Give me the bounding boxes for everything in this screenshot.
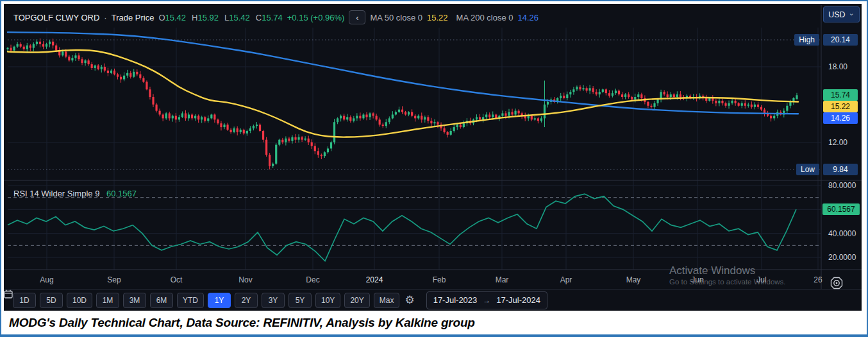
time-axis-label-aug: Aug	[40, 275, 53, 284]
timeframe-button-1y[interactable]: 1Y	[208, 293, 231, 308]
ohlc-item: H15.92	[192, 13, 219, 22]
time-axis-label-dec: Dec	[306, 275, 319, 284]
ma200-label: MA 200 close 0	[456, 13, 513, 22]
rsi-label: RSI 14 Wilder Simple 9	[13, 189, 99, 198]
timeframe-button-2y[interactable]: 2Y	[235, 293, 258, 308]
rsi-value: 60.1567	[106, 189, 137, 198]
timeframe-toolbar: 1D5D10D1M3M6MYTD1Y2Y3Y5Y10Y20YMax ⚙ 17-J…	[4, 289, 862, 311]
high-value-badge: 20.14	[823, 34, 858, 46]
ma50-price-badge: 15.22	[823, 101, 858, 112]
ohlc-item: O15.42	[158, 13, 186, 22]
timeframe-button-5y[interactable]: 5Y	[288, 293, 312, 308]
rsi-tick-20: 20.0000	[821, 253, 862, 262]
price-axis-column[interactable]: USD ⌄ 20.14 18.00 15.74 15.22 14.26 12.0…	[821, 4, 862, 289]
price-tick-12: 12.00	[821, 138, 862, 147]
time-axis-label-may: May	[626, 275, 641, 284]
timeframe-button-1m[interactable]: 1M	[96, 293, 119, 308]
ohlc-item: C15.74	[256, 13, 283, 22]
time-axis-label-mar: Mar	[496, 275, 509, 284]
timeframe-button-10d[interactable]: 10D	[67, 293, 92, 308]
rsi-tick-40: 40.0000	[821, 229, 862, 238]
chart-canvas[interactable]	[4, 4, 862, 311]
date-range-picker[interactable]: 17-Jul-2023 → 17-Jul-2024	[426, 291, 547, 309]
collapse-legend-button[interactable]: ‹	[349, 10, 365, 24]
timeframe-button-10y[interactable]: 10Y	[315, 293, 340, 308]
low-label-badge: Low	[796, 164, 819, 175]
ohlc-item: L15.42	[224, 13, 250, 22]
timeframe-button-3m[interactable]: 3M	[123, 293, 146, 308]
high-label-badge: High	[794, 34, 819, 46]
time-axis-label-jul: Jul	[756, 275, 766, 284]
currency-selector[interactable]: USD ⌄	[823, 6, 860, 22]
price-tick-18: 18.00	[821, 62, 862, 71]
rsi-last-badge: 60.1567	[822, 203, 860, 215]
timeframe-buttons: 1D5D10D1M3M6MYTD1Y2Y3Y5Y10Y20YMax	[13, 293, 399, 308]
symbol-name: TOPGOLF CLWY ORD	[13, 13, 99, 22]
ohlc-values: O15.42H15.92L15.42C15.74	[158, 13, 282, 22]
calendar-icon	[4, 289, 13, 298]
ma50-value: 15.22	[427, 13, 448, 22]
chevron-down-icon: ⌄	[849, 9, 855, 17]
rsi-tick-80: 80.0000	[821, 181, 862, 190]
target-icon[interactable]	[830, 276, 847, 290]
rsi-line	[8, 194, 796, 261]
chart-header: TOPGOLF CLWY ORD · Trade Price O15.42H15…	[13, 11, 538, 24]
low-value-badge: 9.84	[823, 164, 858, 175]
series-label: Trade Price	[112, 13, 154, 22]
ma50-line	[8, 50, 798, 137]
timeframe-button-6m[interactable]: 6M	[150, 293, 173, 308]
ma200-value: 14.26	[517, 13, 538, 22]
date-to[interactable]: 17-Jul-2024	[496, 295, 540, 305]
ma50-label: MA 50 close 0	[370, 13, 422, 22]
time-axis[interactable]: AugSepOctNovDec2024FebMarAprMayJunJul26	[4, 270, 821, 289]
time-axis-label-apr: Apr	[560, 275, 572, 284]
time-axis-label-nov: Nov	[238, 275, 252, 284]
time-axis-label-jun: Jun	[691, 275, 703, 284]
ma200-line	[8, 32, 798, 114]
timeframe-button-3y[interactable]: 3Y	[262, 293, 285, 308]
price-change: +0.15 (+0.96%)	[287, 13, 345, 22]
date-from[interactable]: 17-Jul-2023	[433, 295, 478, 305]
chart-area[interactable]: TOPGOLF CLWY ORD · Trade Price O15.42H15…	[4, 4, 862, 311]
date-range-arrow: →	[483, 296, 490, 305]
time-axis-label-oct: Oct	[171, 275, 183, 284]
timeframe-button-1d[interactable]: 1D	[13, 293, 36, 308]
rsi-header: RSI 14 Wilder Simple 9 60.1567	[13, 189, 137, 198]
time-axis-label-sep: Sep	[107, 275, 121, 284]
currency-label: USD	[828, 10, 845, 19]
timeframe-button-5d[interactable]: 5D	[40, 293, 63, 308]
timeframe-button-max[interactable]: Max	[374, 293, 400, 308]
last-price-badge: 15.74	[823, 89, 858, 101]
ma200-price-badge: 14.26	[823, 112, 858, 124]
time-axis-label-2024: 2024	[366, 275, 383, 284]
symbol-separator: ·	[104, 13, 106, 22]
figure-caption: MODG's Daily Technical Chart, Data Sourc…	[4, 311, 862, 334]
timeframe-button-20y[interactable]: 20Y	[344, 293, 369, 308]
caption-text: MODG's Daily Technical Chart, Data Sourc…	[9, 316, 475, 330]
figure-frame: TOPGOLF CLWY ORD · Trade Price O15.42H15…	[0, 0, 868, 337]
gear-icon[interactable]: ⚙	[405, 293, 414, 307]
timeframe-button-ytd[interactable]: YTD	[177, 293, 204, 308]
time-axis-label-feb: Feb	[433, 275, 446, 284]
